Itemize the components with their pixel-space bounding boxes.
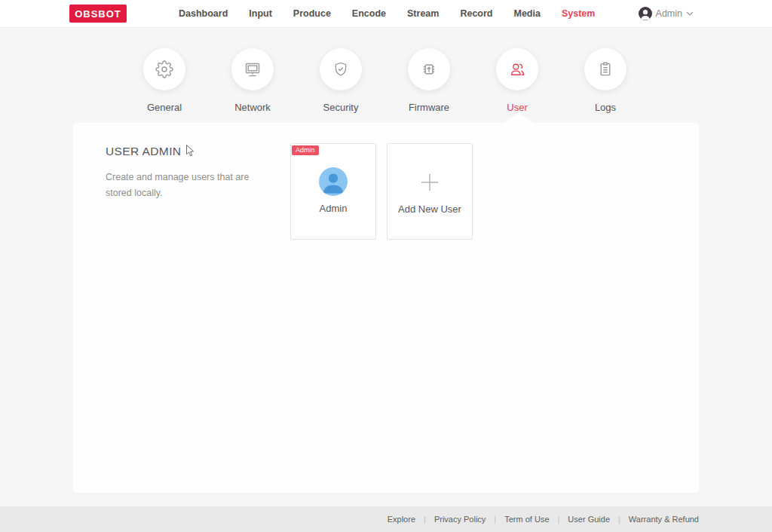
user-name: Admin bbox=[320, 203, 348, 214]
obsbot-logo[interactable]: OBSBOT bbox=[69, 5, 127, 23]
clipboard-icon bbox=[584, 48, 626, 90]
nav-item-dashboard[interactable]: Dashboard bbox=[179, 8, 228, 19]
nav-item-produce[interactable]: Produce bbox=[293, 8, 331, 19]
footer-separator: | bbox=[558, 515, 560, 524]
nav-item-input[interactable]: Input bbox=[249, 8, 272, 19]
add-new-user-label: Add New User bbox=[398, 203, 461, 215]
chip-upgrade-icon bbox=[408, 48, 450, 90]
account-avatar-icon bbox=[639, 7, 652, 20]
nav-item-encode[interactable]: Encode bbox=[352, 8, 386, 19]
account-menu[interactable]: Admin bbox=[639, 0, 694, 27]
tab-label: Network bbox=[234, 102, 271, 113]
account-name: Admin bbox=[656, 8, 682, 19]
tab-network[interactable]: Network bbox=[219, 48, 286, 113]
user-avatar-icon bbox=[319, 167, 348, 196]
user-card-admin[interactable]: Admin Admin bbox=[290, 143, 376, 240]
tab-label: Logs bbox=[595, 102, 616, 113]
footer-link-explore[interactable]: Explore bbox=[388, 515, 415, 524]
footer-bar: Explore | Privacy Policy | Term of Use |… bbox=[0, 506, 772, 532]
top-nav-bar: OBSBOT Dashboard Input Produce Encode St… bbox=[0, 0, 772, 28]
tab-user[interactable]: User bbox=[483, 48, 551, 113]
nav-item-system[interactable]: System bbox=[562, 8, 595, 19]
obsbot-system-user-page: OBSBOT Dashboard Input Produce Encode St… bbox=[0, 0, 772, 532]
users-icon bbox=[496, 48, 538, 90]
user-admin-panel: USER ADMIN Create and manage users that … bbox=[73, 123, 699, 493]
footer-link-user-guide[interactable]: User Guide bbox=[568, 515, 610, 524]
gear-icon bbox=[143, 48, 185, 90]
footer-separator: | bbox=[494, 515, 496, 524]
nav-item-record[interactable]: Record bbox=[460, 8, 492, 19]
add-new-user-button[interactable]: Add New User bbox=[387, 143, 473, 240]
section-description: Create and manage users that are stored … bbox=[106, 170, 260, 202]
monitor-icon bbox=[231, 48, 274, 90]
page-title: USER ADMIN bbox=[106, 144, 195, 158]
tab-firmware[interactable]: Firmware bbox=[395, 48, 463, 113]
main-nav: Dashboard Input Produce Encode Stream Re… bbox=[179, 0, 595, 27]
chevron-down-icon bbox=[686, 11, 694, 16]
footer-separator: | bbox=[424, 515, 426, 524]
shield-check-icon bbox=[320, 48, 362, 90]
footer-separator: | bbox=[618, 515, 620, 524]
mouse-cursor-icon bbox=[185, 144, 195, 158]
tab-label: Firmware bbox=[409, 102, 449, 113]
nav-item-media[interactable]: Media bbox=[513, 8, 540, 19]
footer-link-warranty-refund[interactable]: Warranty & Refund bbox=[629, 515, 699, 524]
tab-label: User bbox=[507, 102, 527, 113]
user-card-list: Admin Admin bbox=[290, 143, 473, 240]
plus-icon bbox=[419, 172, 440, 193]
tab-label: General bbox=[147, 102, 182, 113]
role-badge: Admin bbox=[292, 145, 319, 155]
page-title-text: USER ADMIN bbox=[106, 145, 181, 158]
tab-general[interactable]: General bbox=[130, 48, 198, 113]
tab-label: Security bbox=[323, 102, 359, 113]
footer-link-term-of-use[interactable]: Term of Use bbox=[504, 515, 549, 524]
tab-logs[interactable]: Logs bbox=[571, 48, 639, 113]
nav-item-stream[interactable]: Stream bbox=[407, 8, 439, 19]
tab-security[interactable]: Security bbox=[307, 48, 375, 113]
active-tab-notch bbox=[504, 113, 534, 123]
footer-link-privacy-policy[interactable]: Privacy Policy bbox=[434, 515, 486, 524]
system-tabs: General Network Security bbox=[130, 48, 639, 113]
